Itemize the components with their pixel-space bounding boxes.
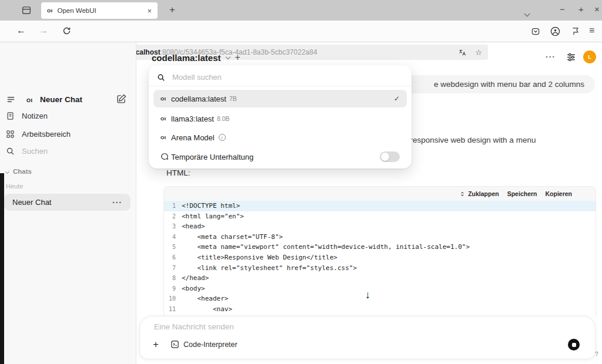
line-number: 2 <box>164 211 182 222</box>
sidebar-item-notizen[interactable]: Notizen <box>6 112 48 120</box>
model-selector[interactable]: codellama:latest + <box>152 50 240 65</box>
line-content: <body> <box>182 284 205 294</box>
line-number: 1 <box>164 201 182 211</box>
chat-controls-icon[interactable] <box>566 52 576 62</box>
chat-title: Neuer Chat <box>12 198 112 207</box>
code-line: 3<head> <box>164 221 596 232</box>
line-content: <meta charset="UTF-8"> <box>182 232 283 242</box>
collapse-chevrons-icon[interactable] <box>460 191 465 197</box>
model-oi-icon: OI <box>160 96 171 102</box>
model-oi-icon: OI <box>160 135 171 140</box>
code-block: Zuklappen Speichern Kopieren 1<!DOCTYPE … <box>163 186 596 316</box>
back-button[interactable]: ← <box>16 26 26 35</box>
code-lines[interactable]: 1<!DOCTYPE html>2<html lang="en">3<head>… <box>164 201 596 315</box>
chat-bubble-icon <box>160 153 171 161</box>
chevron-down-icon <box>5 169 9 173</box>
account-icon[interactable] <box>550 26 560 36</box>
header-avatar[interactable]: L <box>583 50 596 63</box>
temporary-chat-toggle[interactable] <box>380 151 400 162</box>
code-line: 10 <header> <box>164 294 596 304</box>
sidebar: OI Neuer Chat Notizen Arbeitsbereich Suc… <box>0 42 136 364</box>
model-option-codellama[interactable]: OI codellama:latest 7B ✓ <box>153 90 407 107</box>
user-message-text: e webdesign with menu bar and 2 columns <box>434 80 584 89</box>
scroll-to-bottom-icon[interactable]: ↓ <box>365 289 370 301</box>
line-number: 11 <box>164 304 182 315</box>
code-line: 1<!DOCTYPE html> <box>164 201 596 211</box>
model-dropdown: Modell suchen OI codellama:latest 7B ✓ O… <box>149 65 412 168</box>
forward-button[interactable]: → <box>39 26 48 35</box>
model-search[interactable]: Modell suchen <box>149 69 412 86</box>
window-minimize-button[interactable]: − <box>560 5 565 14</box>
collapse-button[interactable]: Zuklappen <box>468 190 499 197</box>
chat-more-button[interactable]: ··· <box>546 52 556 62</box>
code-interpreter-icon <box>170 340 179 349</box>
copy-button[interactable]: Kopieren <box>545 190 572 197</box>
line-content: <link rel="stylesheet" href="styles.css"… <box>182 263 357 274</box>
extensions-icon[interactable] <box>571 27 580 36</box>
model-oi-icon: OI <box>160 116 171 122</box>
tab-close-icon[interactable]: × <box>147 6 152 15</box>
chat-more-icon[interactable]: ··· <box>112 198 122 207</box>
line-number: 6 <box>164 252 182 263</box>
sidebar-toggle-icon[interactable] <box>6 95 16 104</box>
browser-tab[interactable]: OI Open WebUI × <box>41 2 158 19</box>
code-block-toolbar: Zuklappen Speichern Kopieren <box>164 187 596 201</box>
line-number: 7 <box>164 263 182 274</box>
new-tab-button[interactable]: + <box>169 5 175 15</box>
message-input[interactable]: Eine Nachricht senden <box>154 322 234 331</box>
model-name: codellama:latest <box>152 53 221 63</box>
openwebui-logo: OI <box>26 97 33 103</box>
add-model-button[interactable]: + <box>235 53 240 62</box>
code-line: 11 <nav> <box>164 304 596 315</box>
reload-icon[interactable] <box>62 26 71 35</box>
line-content: <nav> <box>182 304 232 315</box>
line-content: </head> <box>182 273 209 284</box>
pocket-icon[interactable] <box>531 27 540 36</box>
sidebar-title: Neuer Chat <box>40 95 82 104</box>
chat-list-item-active[interactable]: Neuer Chat ··· <box>4 194 131 211</box>
note-icon <box>6 112 15 120</box>
menu-icon[interactable]: ≡ <box>589 26 594 35</box>
window-maximize-button[interactable]: + <box>578 5 584 14</box>
line-content: <meta name="viewport" content="width=dev… <box>182 242 470 252</box>
tab-title: Open WebUI <box>57 7 147 14</box>
check-icon: ✓ <box>394 95 400 103</box>
model-option-llama3[interactable]: OI llama3:latest 8.0B <box>153 111 407 126</box>
search-icon <box>157 73 165 82</box>
translate-icon[interactable] <box>458 49 467 56</box>
tab-overview-icon[interactable] <box>21 5 32 15</box>
line-content: <title>Responsive Web Design</title> <box>182 252 337 263</box>
line-number: 3 <box>164 221 182 232</box>
line-content: <!DOCTYPE html> <box>182 201 240 211</box>
model-search-placeholder: Modell suchen <box>172 73 222 82</box>
message-composer: Eine Nachricht senden + Code-Interpreter <box>139 316 596 359</box>
user-message-bubble: e webdesign with menu bar and 2 columns <box>381 75 595 93</box>
html-section-label: HTML: <box>166 168 190 177</box>
temporary-chat-row[interactable]: Temporäre Unterhaltung <box>153 149 407 165</box>
window-edge-strip <box>0 173 4 364</box>
browser-tab-strip: OI Open WebUI × + − + × <box>0 0 602 21</box>
attach-plus-button[interactable]: + <box>153 339 159 350</box>
window-close-button[interactable]: × <box>594 5 600 14</box>
line-number: 9 <box>164 284 182 294</box>
code-line: 2<html lang="en"> <box>164 211 596 222</box>
save-button[interactable]: Speichern <box>507 190 537 197</box>
line-number: 4 <box>164 232 182 242</box>
model-option-arena[interactable]: OI Arena Model i <box>153 130 407 145</box>
code-line: 4 <meta charset="UTF-8"> <box>164 232 596 242</box>
sidebar-item-suchen[interactable]: Suchen <box>6 147 48 156</box>
tab-list-chevron-icon[interactable] <box>525 8 529 18</box>
search-icon <box>6 147 15 156</box>
openwebui-favicon: OI <box>47 8 52 14</box>
new-chat-icon[interactable] <box>116 94 126 104</box>
voice-call-button[interactable] <box>568 339 580 350</box>
chats-section-header[interactable]: Chats <box>6 168 32 175</box>
sidebar-item-arbeitsbereich[interactable]: Arbeitsbereich <box>6 130 71 139</box>
code-line: 8</head> <box>164 273 596 284</box>
date-group-label: Heute <box>6 183 23 190</box>
line-content: <head> <box>182 221 205 232</box>
bookmark-star-icon[interactable]: ☆ <box>475 48 482 57</box>
code-interpreter-toggle[interactable]: Code-Interpreter <box>170 340 238 349</box>
line-content: <html lang="en"> <box>182 211 244 222</box>
code-line: 6 <title>Responsive Web Design</title> <box>164 252 596 263</box>
